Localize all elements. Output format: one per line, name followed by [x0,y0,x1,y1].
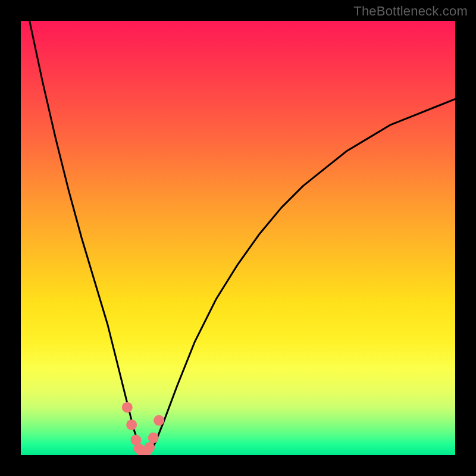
highlight-dot [144,442,155,453]
highlight-dot [126,419,137,430]
highlight-dot [154,415,164,426]
plot-area [21,21,455,455]
watermark-text: TheBottleneck.com [353,4,468,19]
chart-frame: TheBottleneck.com [0,0,476,476]
highlight-dots [122,402,164,455]
bottleneck-curve [30,21,455,453]
bottleneck-curve-path [30,21,455,453]
highlight-dot [148,433,159,443]
curve-svg [21,21,455,455]
highlight-dot [122,402,133,413]
